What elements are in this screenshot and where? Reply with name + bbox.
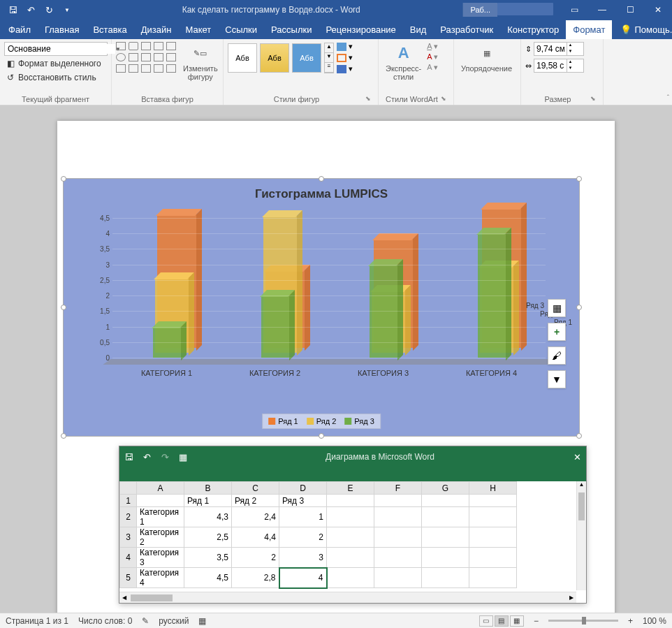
cell[interactable] bbox=[374, 527, 422, 548]
cell[interactable]: 4 bbox=[279, 568, 327, 588]
shape-style-1[interactable]: Абв bbox=[228, 43, 257, 73]
text-outline-button[interactable]: A ▾ bbox=[427, 52, 438, 61]
cell[interactable] bbox=[469, 495, 517, 507]
legend-item[interactable]: Ряд 3 bbox=[344, 417, 374, 425]
row-header[interactable]: 2 bbox=[120, 507, 137, 527]
cell[interactable]: Категория 3 bbox=[137, 548, 184, 568]
proofing-icon[interactable]: ✎ bbox=[142, 616, 149, 626]
cell[interactable] bbox=[327, 507, 374, 527]
shape-style-3[interactable]: Абв bbox=[292, 43, 321, 73]
undo-button[interactable]: ↶ bbox=[22, 1, 39, 18]
tab-вид[interactable]: Вид bbox=[403, 20, 434, 39]
cell[interactable]: Категория 4 bbox=[137, 568, 184, 588]
dialog-launcher-icon[interactable]: ⬊ bbox=[441, 95, 449, 102]
spin-up-icon[interactable]: ▲ bbox=[567, 59, 574, 66]
wordart-express-styles-button[interactable]: A Экспресс- стили bbox=[383, 42, 424, 82]
cell[interactable]: 3 bbox=[279, 548, 327, 568]
cell[interactable]: Категория 1 bbox=[137, 507, 184, 527]
dialog-launcher-icon[interactable]: ⬊ bbox=[365, 95, 374, 102]
col-header[interactable]: H bbox=[469, 482, 517, 495]
cell[interactable]: Ряд 1 bbox=[184, 495, 232, 507]
chart-legend[interactable]: Ряд 1Ряд 2Ряд 3 bbox=[262, 414, 381, 429]
collapse-ribbon-icon[interactable]: ˆ bbox=[667, 94, 669, 102]
cell[interactable] bbox=[327, 548, 374, 568]
macro-icon[interactable]: ▦ bbox=[198, 616, 206, 626]
excel-close-icon[interactable]: ✕ bbox=[568, 452, 586, 462]
cell[interactable] bbox=[422, 568, 469, 588]
tab-макет[interactable]: Макет bbox=[178, 20, 218, 39]
cell[interactable] bbox=[422, 507, 469, 527]
cell[interactable] bbox=[374, 507, 422, 527]
excel-redo-icon[interactable]: ↷ bbox=[156, 452, 174, 462]
text-fill-button[interactable]: A ▾ bbox=[427, 42, 438, 51]
cell[interactable] bbox=[327, 568, 374, 588]
arrange-button[interactable]: ▦ Упорядочение bbox=[458, 42, 515, 74]
row-header[interactable]: 4 bbox=[120, 548, 137, 568]
reset-style-button[interactable]: ↺ Восстановить стиль bbox=[4, 71, 107, 84]
tab-разработчик[interactable]: Разработчик bbox=[433, 20, 500, 39]
chart-filters-button[interactable]: ▼ bbox=[548, 370, 566, 388]
cell[interactable] bbox=[469, 527, 517, 548]
cell[interactable] bbox=[422, 548, 469, 568]
col-header[interactable]: B bbox=[184, 482, 232, 495]
select-all-cell[interactable] bbox=[120, 482, 137, 495]
cell[interactable]: 4,5 bbox=[184, 568, 232, 588]
selection-field[interactable] bbox=[5, 44, 115, 54]
cell[interactable] bbox=[422, 495, 469, 507]
cell[interactable] bbox=[469, 507, 517, 527]
excel-grid[interactable]: ABCDEFGH1Ряд 1Ряд 2Ряд 32Категория 14,32… bbox=[119, 481, 517, 589]
cell[interactable]: 4,4 bbox=[232, 527, 279, 548]
shape-outline-button[interactable]: ▾ bbox=[337, 53, 353, 62]
cell[interactable]: 4,3 bbox=[184, 507, 232, 527]
cell[interactable] bbox=[327, 495, 374, 507]
cell[interactable] bbox=[374, 548, 422, 568]
shape-style-2[interactable]: Абв bbox=[260, 43, 289, 73]
cell[interactable] bbox=[469, 568, 517, 588]
cell[interactable] bbox=[469, 548, 517, 568]
layout-options-button[interactable]: ▦ bbox=[548, 299, 566, 317]
shape-effects-button[interactable]: ▾ bbox=[337, 64, 353, 73]
chart-elements-button[interactable]: + bbox=[548, 323, 566, 341]
cell[interactable] bbox=[327, 527, 374, 548]
cell[interactable]: Ряд 3 bbox=[279, 495, 327, 507]
cell[interactable]: 2 bbox=[279, 527, 327, 548]
tell-me-button[interactable]: 💡Помощь... bbox=[612, 24, 672, 35]
spin-down-icon[interactable]: ▼ bbox=[567, 66, 574, 72]
tab-формат[interactable]: Формат bbox=[566, 20, 612, 39]
close-button[interactable]: ✕ bbox=[644, 0, 672, 20]
col-header[interactable]: A bbox=[137, 482, 184, 495]
excel-save-icon[interactable]: 🖫 bbox=[119, 452, 138, 462]
cell[interactable]: 2 bbox=[232, 548, 279, 568]
cell[interactable] bbox=[374, 568, 422, 588]
ribbon-options-icon[interactable]: ▭ bbox=[560, 0, 588, 20]
change-shape-button[interactable]: ✎▭ Изменить фигуру bbox=[180, 42, 221, 82]
cell[interactable]: Категория 2 bbox=[137, 527, 184, 548]
legend-item[interactable]: Ряд 1 bbox=[268, 417, 298, 425]
cell[interactable]: 2,5 bbox=[184, 527, 232, 548]
tab-ссылки[interactable]: Ссылки bbox=[218, 20, 264, 39]
plot-area[interactable] bbox=[112, 218, 546, 358]
cell[interactable] bbox=[422, 527, 469, 548]
excel-edit-data-icon[interactable]: ▦ bbox=[174, 452, 192, 462]
tab-конструктор[interactable]: Конструктор bbox=[500, 20, 566, 39]
excel-hscrollbar[interactable]: ◀ ▶ bbox=[119, 592, 576, 603]
chart-styles-button[interactable]: 🖌 bbox=[548, 346, 566, 365]
language-indicator[interactable]: русский bbox=[159, 616, 189, 626]
maximize-button[interactable]: ☐ bbox=[616, 0, 644, 20]
word-count[interactable]: Число слов: 0 bbox=[78, 616, 132, 626]
save-button[interactable]: 🖫 bbox=[4, 1, 21, 18]
cell[interactable]: 2,4 bbox=[232, 507, 279, 527]
zoom-in-button[interactable]: + bbox=[628, 616, 633, 626]
context-tab-chart-tools[interactable]: Раб... bbox=[462, 3, 497, 17]
width-field[interactable]: ▲▼ bbox=[534, 59, 584, 73]
col-header[interactable]: E bbox=[327, 482, 374, 495]
row-header[interactable]: 5 bbox=[120, 568, 137, 588]
chart-object[interactable]: Гистограмма LUMPICS 00,511,522,533,544,5… bbox=[63, 178, 580, 437]
cell[interactable]: 1 bbox=[279, 507, 327, 527]
legend-item[interactable]: Ряд 2 bbox=[307, 417, 337, 425]
height-field[interactable]: ▲▼ bbox=[534, 42, 584, 56]
col-header[interactable]: F bbox=[374, 482, 422, 495]
redo-button[interactable]: ↻ bbox=[41, 1, 57, 18]
read-mode-button[interactable]: ▭ bbox=[479, 615, 493, 627]
excel-vscrollbar[interactable]: ▲ bbox=[576, 481, 586, 590]
